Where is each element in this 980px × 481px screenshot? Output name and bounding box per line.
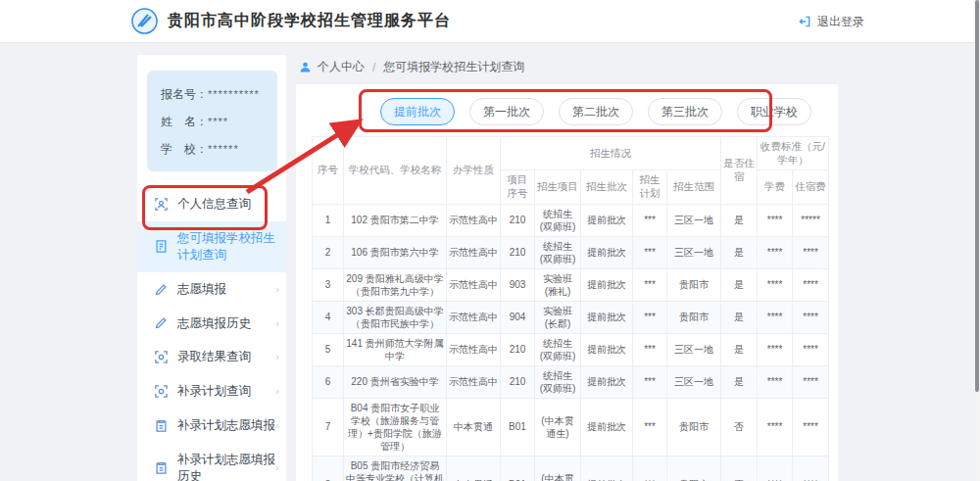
profile-school-value: ******: [208, 143, 239, 155]
sidebar-item-label: 志愿填报: [177, 281, 226, 298]
table-row: 2106 贵阳市第六中学示范性高中210统招生(双师班)提前批次***三区一地是…: [313, 236, 829, 268]
table-cell: ***: [633, 333, 667, 365]
person-icon: [299, 61, 312, 73]
sidebar-item-label: 补录计划查询: [177, 383, 251, 400]
sidebar-item-2[interactable]: 志愿填报›: [137, 272, 286, 307]
table-cell: ***: [633, 398, 667, 456]
table-cell: 210: [501, 333, 535, 365]
chevron-right-icon: ›: [275, 350, 279, 364]
table-cell: 是: [721, 236, 758, 268]
table-cell: ****: [758, 204, 793, 236]
sidebar-item-label: 个人信息查询: [177, 196, 251, 213]
table-cell: B04 贵阳市女子职业学校（旅游服务与管理）+贵阳学院（旅游管理）: [344, 398, 447, 456]
table-cell: ***: [633, 268, 667, 301]
table-cell: 示范性高中: [447, 333, 501, 365]
tab-batch-3[interactable]: 第三批次: [648, 98, 722, 125]
plan-table-header: 序号 学校代码、学校名称 办学性质 招生情况 是否住宿 收费标准（元/学年） 项…: [313, 137, 829, 205]
table-cell: 否: [721, 456, 758, 481]
logout-button[interactable]: 退出登录: [798, 0, 864, 43]
table-cell: B01: [501, 398, 535, 456]
table-cell: ****: [758, 301, 793, 333]
plan-table-body: 1102 贵阳市第二中学示范性高中210统招生(双师班)提前批次***三区一地是…: [313, 204, 829, 481]
table-cell: 1: [313, 204, 344, 236]
table-cell: 提前批次: [581, 301, 633, 333]
col-seq: 序号: [313, 137, 344, 205]
table-cell: 提前批次: [581, 333, 633, 365]
table-cell: 提前批次: [581, 365, 633, 398]
clipboard-icon: [154, 460, 169, 475]
table-cell: 106 贵阳市第六中学: [344, 236, 447, 268]
table-cell: (中本贯通生): [535, 456, 581, 481]
tab-batch-1[interactable]: 第一批次: [469, 98, 544, 125]
table-cell: 提前批次: [581, 236, 633, 268]
table-cell: 303 长郡贵阳高级中学（贵阳市民族中学）: [344, 301, 447, 333]
table-cell: 三区一地: [667, 333, 721, 365]
col-lodging: 住宿费: [793, 170, 829, 204]
col-tuition: 学费: [758, 170, 793, 204]
profile-regno-label: 报名号：: [161, 86, 208, 103]
col-school: 学校代码、学校名称: [344, 137, 447, 205]
breadcrumb: 个人中心 / 您可填报学校招生计划查询: [299, 59, 524, 75]
table-cell: ****: [758, 456, 793, 481]
table-cell: 统招生(双师班): [535, 236, 581, 268]
col-enroll-group: 招生情况: [501, 137, 721, 170]
profile-name: 姓 名： ****: [161, 114, 277, 130]
tab-batch-0[interactable]: 提前批次: [380, 98, 455, 125]
table-cell: 210: [501, 236, 535, 268]
table-cell: 141 贵州师范大学附属中学: [344, 333, 447, 365]
profile-regno-value: **********: [208, 88, 260, 100]
profile-regno: 报名号： **********: [161, 86, 277, 103]
table-cell: 提前批次: [581, 398, 633, 456]
sidebar-menu: 个人信息查询您可填报学校招生计划查询志愿填报›志愿填报历史›录取结果查询›补录计…: [137, 187, 286, 481]
table-cell: 提前批次: [581, 268, 633, 301]
table-cell: ****: [793, 398, 829, 456]
table-row: 4303 长郡贵阳高级中学（贵阳市民族中学）示范性高中904实验班(长郡)提前批…: [313, 301, 829, 333]
table-cell: ****: [793, 268, 829, 301]
col-item: 招生项目: [535, 170, 581, 204]
table-cell: 210: [501, 365, 535, 398]
page-title: 贵阳市高中阶段学校招生管理服务平台: [168, 11, 451, 31]
table-cell: 220 贵州省实验中学: [344, 365, 447, 398]
pen-icon: [154, 315, 169, 330]
sidebar-item-7[interactable]: 补录计划志愿填报历史›: [137, 443, 286, 481]
batch-tabs: 提前批次第一批次第二批次第三批次职业学校: [380, 98, 838, 125]
table-row: 5141 贵州师范大学附属中学示范性高中210统招生(双师班)提前批次***三区…: [313, 333, 829, 365]
table-cell: 是: [721, 301, 758, 333]
chevron-right-icon: ›: [275, 316, 279, 331]
table-cell: 是: [721, 204, 758, 236]
table-cell: 贵阳市: [667, 268, 721, 301]
sidebar-item-5[interactable]: 补录计划查询›: [137, 374, 286, 409]
sidebar-item-label: 志愿填报历史: [177, 315, 251, 332]
table-cell: 示范性高中: [447, 236, 501, 268]
table-cell: B05 贵阳市经济贸易中等专业学校（计算机网络技术）+贵阳学院（计算机网络技术）: [344, 456, 447, 481]
table-cell: 贵阳市: [667, 398, 721, 456]
breadcrumb-root[interactable]: 个人中心: [318, 59, 365, 75]
sidebar-item-3[interactable]: 志愿填报历史›: [137, 307, 286, 341]
table-cell: ****: [793, 456, 829, 481]
sidebar-item-6[interactable]: 补录计划志愿填报›: [137, 409, 286, 443]
col-plan: 招生计划: [633, 170, 667, 204]
table-cell: 903: [501, 268, 535, 301]
tab-batch-2[interactable]: 第二批次: [559, 98, 633, 125]
scrollbar-thumb[interactable]: [975, 0, 979, 392]
tab-batch-4[interactable]: 职业学校: [737, 98, 811, 125]
breadcrumb-separator: /: [372, 61, 375, 74]
table-cell: 贵阳市: [667, 301, 721, 333]
main-content: 提前批次第一批次第二批次第三批次职业学校 序号 学校代码、学校名称 办学性质 招…: [296, 84, 838, 481]
table-cell: 8: [313, 456, 344, 481]
table-cell: 6: [313, 365, 344, 398]
sidebar-item-4[interactable]: 录取结果查询›: [137, 340, 286, 374]
sidebar-item-1[interactable]: 您可填报学校招生计划查询: [137, 221, 286, 272]
table-cell: 5: [313, 333, 344, 365]
user-frame-icon: [154, 197, 169, 212]
table-cell: 实验班(雅礼): [535, 268, 581, 301]
table-cell: 否: [721, 398, 758, 456]
table-cell: (中本贯通生): [535, 398, 581, 456]
sidebar-item-0[interactable]: 个人信息查询: [137, 187, 286, 221]
table-cell: 提前批次: [581, 456, 633, 481]
scan-search-icon: [154, 350, 169, 364]
table-cell: 三区一地: [667, 204, 721, 236]
app-header: 贵阳市高中阶段学校招生管理服务平台 退出登录: [0, 0, 980, 43]
table-cell: ***: [633, 365, 667, 398]
chevron-right-icon: ›: [275, 460, 279, 475]
